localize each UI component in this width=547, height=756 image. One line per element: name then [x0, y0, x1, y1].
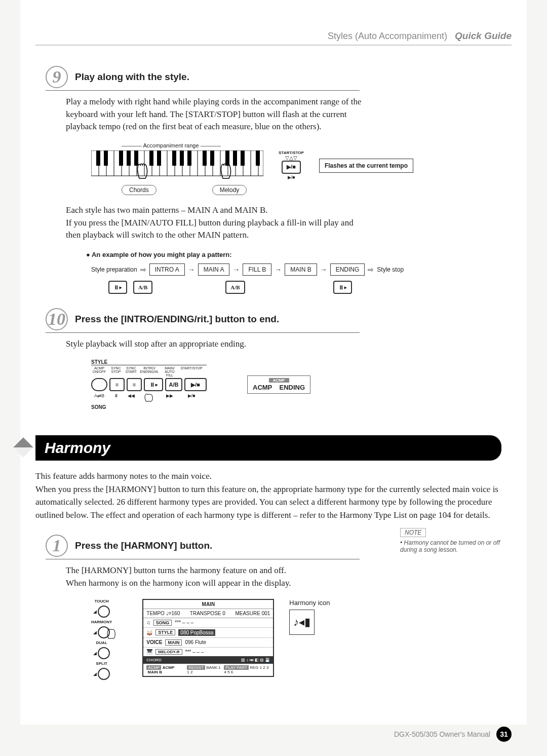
svg-rect-36: [233, 150, 237, 166]
svg-rect-38: [256, 150, 260, 166]
sync-icon-button[interactable]: ⏸▶: [108, 281, 127, 294]
ff-icon: ▶▶: [161, 393, 178, 403]
acmp-badge: ACMP: [146, 665, 161, 670]
sync-stop-button[interactable]: ≡: [109, 378, 125, 391]
step-number-10: 10: [46, 308, 68, 330]
harmony-icon: ♪◂▮: [289, 610, 315, 635]
page-number: 31: [496, 727, 512, 742]
ab-button-row: ⏸▶ A/B A/B ⏸▶: [108, 281, 512, 294]
diamond-icon: [13, 438, 33, 458]
quick-guide-label: Quick Guide: [455, 30, 512, 41]
start-stop-button[interactable]: ▶/■: [282, 161, 301, 174]
arrow-icon: →: [320, 266, 327, 274]
svg-rect-37: [241, 150, 245, 166]
piano-icon: 🎹: [146, 649, 152, 655]
harmony-body-text: This feature adds harmony notes to the m…: [35, 470, 501, 521]
svg-rect-24: [104, 150, 108, 166]
ending-text: ENDING: [280, 384, 305, 391]
lcd-song-label: SONG: [153, 620, 172, 626]
ab-button[interactable]: A/B: [225, 281, 245, 294]
keyboard-diagram: Accompaniment range: [91, 142, 512, 195]
playpart-badge: PLAY PART: [224, 665, 249, 670]
main-a-box: MAIN A: [198, 263, 230, 276]
harmony-icon-label: Harmony icon: [289, 599, 330, 607]
step-10-paragraph: Style playback will stop after an approp…: [66, 338, 370, 351]
step-9-paragraph-3: If you press the [MAIN/AUTO FILL] button…: [66, 217, 370, 242]
start-stop-button[interactable]: ▶/■: [184, 378, 207, 391]
accompaniment-range-label: Accompaniment range: [143, 142, 199, 148]
regist-badge: REGIST: [187, 665, 205, 670]
lcd-display: MAIN TEMPO ♩=160 TRANSPOSE 0 MEASURE 001…: [142, 599, 274, 677]
harmony-section-bar: Harmony: [35, 435, 501, 461]
lcd-voice-label: VOICE: [146, 639, 162, 645]
note-icon: ♫: [146, 620, 150, 625]
pause-icon: ⏸: [109, 393, 123, 403]
panel-btn-label: SYNC STOP: [109, 366, 123, 377]
svg-rect-28: [149, 150, 153, 166]
sync-icon-button[interactable]: ⏸▶: [333, 281, 352, 294]
note-text: • Harmony cannot be turned on or off dur…: [400, 539, 512, 553]
display-acmp-ending: ACMP ACMP ENDING: [247, 375, 310, 394]
keyboard-icon: [91, 150, 263, 181]
knob-label-touch: TOUCH: [95, 599, 109, 603]
lcd-transpose: TRANSPOSE 0: [190, 611, 225, 616]
song-label: SONG: [91, 404, 207, 410]
arrow-icon: →: [188, 266, 195, 274]
touch-knob[interactable]: [98, 606, 110, 618]
harmony-button-diagram: TOUCH ◢ HARMONY ◢ DUAL ◢ SPLIT ◢ MAIN TE…: [91, 599, 512, 680]
play-stop-sub-icon: ▶/■: [279, 175, 304, 180]
play-stop-icon: ▶/■: [180, 393, 203, 403]
svg-rect-23: [96, 150, 100, 166]
main-b-box: MAIN B: [285, 263, 317, 276]
step-10-heading: 10 Press the [INTRO/ENDING/rit.] button …: [46, 308, 360, 333]
lcd-acmp: ACMP: [163, 665, 175, 670]
lcd-measure: MEASURE 001: [235, 611, 270, 616]
lcd-style-value: 080 PopBossa: [178, 629, 215, 636]
harmony-title: Harmony: [45, 439, 110, 456]
arrow-icon: →: [232, 266, 240, 274]
start-stop-small-label: START/STOP: [279, 150, 304, 155]
lcd-melodyr-label: MELODY-R: [155, 649, 182, 655]
panel-btn-label: INTRO/ ENDING/rit.: [140, 366, 159, 377]
pattern-example-heading: ● An example of how you might play a pat…: [86, 251, 512, 258]
svg-rect-25: [119, 150, 123, 166]
step-1-heading: 1 Press the [HARMONY] button.: [46, 535, 360, 559]
arrow-icon: ⇨: [140, 266, 146, 274]
manual-title: DGX-505/305 Owner's Manual: [394, 730, 490, 738]
svg-rect-32: [187, 150, 191, 166]
intro-a-box: INTRO A: [149, 263, 185, 276]
lcd-style-label: STYLE: [155, 629, 175, 635]
ab-button[interactable]: A/B: [133, 281, 152, 294]
step-10-title: Press the [INTRO/ENDING/rit.] button to …: [75, 314, 279, 325]
style-label: STYLE: [91, 359, 207, 365]
knob-label-dual: DUAL: [96, 640, 107, 645]
page-header: Styles (Auto Accompaniment) Quick Guide: [35, 30, 512, 46]
style-stop-label: Style stop: [377, 266, 404, 273]
svg-rect-27: [134, 150, 138, 166]
panel-btn-label: MAIN/ AUTO FILL: [161, 366, 178, 377]
step-1-title: Press the [HARMONY] button.: [75, 540, 212, 551]
acmp-header-badge: ACMP: [269, 378, 289, 383]
lcd-main-label: MAIN: [143, 600, 273, 609]
split-knob[interactable]: [98, 668, 110, 680]
acmp-onoff-button[interactable]: [91, 378, 107, 391]
lcd-song-value: *** – – –: [175, 620, 193, 625]
main-autofill-button[interactable]: A/B: [165, 378, 182, 391]
lcd-melodyr-value: *** – – –: [185, 649, 204, 655]
step-number-9: 9: [46, 66, 68, 88]
svg-rect-31: [180, 150, 184, 166]
intro-ending-button[interactable]: ⏸▶: [144, 378, 163, 391]
note-box: NOTE • Harmony cannot be turned on or of…: [400, 528, 512, 553]
lcd-main-lbl: MAIN: [165, 639, 182, 646]
panel-btn-label: SYNC START: [125, 366, 138, 377]
lcd-mainb: MAIN B: [148, 670, 162, 674]
sync-start-button[interactable]: ≡: [127, 378, 142, 391]
step-9-paragraph-1: Play a melody with right hand while play…: [66, 96, 370, 133]
knob-label-split: SPLIT: [96, 661, 107, 666]
finger-pointer-icon: [105, 628, 119, 639]
dual-knob[interactable]: [98, 647, 110, 659]
lcd-chord-label: CHORD: [146, 658, 161, 662]
section-name: Styles (Auto Accompaniment): [328, 31, 447, 41]
knob-label-harmony: HARMONY: [91, 620, 112, 624]
svg-rect-35: [225, 150, 229, 166]
